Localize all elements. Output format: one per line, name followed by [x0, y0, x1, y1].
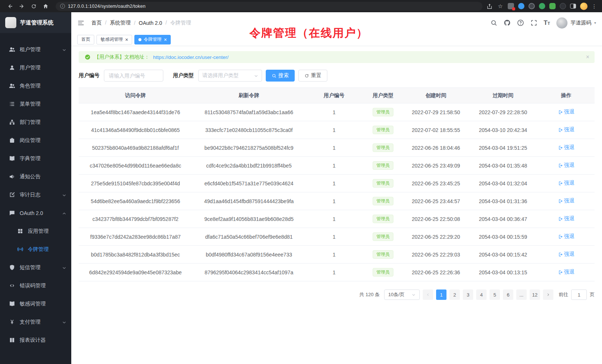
- page-button[interactable]: ...: [516, 289, 527, 300]
- breadcrumb-item[interactable]: 系统管理: [102, 20, 131, 26]
- expire-time-cell: 2054-03-10 20:42:34: [468, 121, 538, 139]
- page-button[interactable]: 1: [436, 289, 446, 300]
- browser-profile-avatar[interactable]: [580, 3, 588, 10]
- sidebar-menu-item[interactable]: 应用管理: [0, 222, 71, 240]
- site-info-icon[interactable]: i: [60, 4, 65, 9]
- user-type-select[interactable]: 请选择用户类型: [198, 70, 262, 82]
- sidebar-menu-item[interactable]: 报表设计器: [0, 331, 71, 349]
- table-row: 1ea5e44f8bc1467aaede43144f31de76 811c530…: [79, 103, 595, 121]
- sidebar-menu-item[interactable]: 错误码管理: [0, 277, 71, 295]
- tab[interactable]: 令牌管理 ×: [134, 35, 171, 44]
- prev-page-button[interactable]: [423, 289, 433, 300]
- expire-time-cell: 2054-03-04 01:32:04: [468, 175, 538, 192]
- sidebar-menu-item[interactable]: 菜单管理: [0, 95, 71, 113]
- browser-menu-icon[interactable]: ⋮: [592, 3, 597, 9]
- sidebar-menu-item[interactable]: 角色管理: [0, 77, 71, 95]
- search-button[interactable]: 搜索: [266, 70, 295, 82]
- collapse-sidebar-icon[interactable]: [77, 19, 85, 27]
- breadcrumb-item[interactable]: 令牌管理: [162, 20, 191, 26]
- close-icon[interactable]: ×: [125, 37, 128, 42]
- force-logout-button[interactable]: 强退: [558, 198, 575, 204]
- extension-icon-green[interactable]: [539, 3, 545, 9]
- next-page-button[interactable]: [543, 289, 553, 300]
- force-logout-button[interactable]: 强退: [558, 144, 575, 151]
- extension-icon-gray[interactable]: [560, 3, 566, 9]
- back-icon[interactable]: [7, 3, 13, 10]
- sidebar-menu-item[interactable]: 支付管理: [0, 313, 71, 331]
- search-icon[interactable]: [490, 19, 497, 26]
- sidebar-menu-item[interactable]: 字典管理: [0, 149, 71, 168]
- close-icon[interactable]: ×: [164, 37, 167, 42]
- sidebar-menu-item[interactable]: 敏感词管理: [0, 295, 71, 313]
- user-avatar: [556, 17, 567, 29]
- reset-button[interactable]: 重置: [298, 70, 327, 82]
- sidebar-menu-item[interactable]: 租户管理: [0, 40, 71, 59]
- chevron-down-icon: [411, 292, 416, 297]
- user-id-input[interactable]: [104, 70, 163, 82]
- url-bar[interactable]: i 127.0.0.1:1024/system/oauth2/token: [56, 2, 482, 11]
- tabs-bar: 首页 × 敏感词管理 × 令牌管理 ×: [71, 33, 602, 46]
- sidebar-menu-item[interactable]: 审计日志: [0, 186, 71, 204]
- sidebar-menu-item[interactable]: 令牌管理: [0, 240, 71, 258]
- fullscreen-icon[interactable]: [530, 19, 537, 26]
- font-size-icon[interactable]: TT: [544, 19, 550, 27]
- expire-time-cell: 2054-03-04 01:31:36: [468, 192, 538, 210]
- breadcrumb-item[interactable]: OAuth 2.0: [131, 20, 162, 26]
- breadcrumb-item[interactable]: 首页: [91, 20, 102, 26]
- doc-link[interactable]: https://doc.iocoder.cn/user-center/: [153, 54, 229, 60]
- user-id-cell: 1: [306, 121, 363, 139]
- force-logout-button[interactable]: 强退: [558, 269, 575, 275]
- action-cell: 强退: [538, 157, 595, 175]
- forward-icon[interactable]: [19, 3, 25, 10]
- total-count: 共 120 条: [359, 291, 380, 298]
- menu-item-icon: [9, 137, 15, 143]
- force-logout-button[interactable]: 强退: [558, 215, 575, 222]
- app-logo[interactable]: 芋道管理系统: [0, 12, 71, 33]
- force-logout-button[interactable]: 强退: [558, 126, 575, 133]
- extension-icon-blue[interactable]: [518, 3, 524, 9]
- alert-close-icon[interactable]: ×: [586, 54, 589, 60]
- user-menu[interactable]: 芋道源码 ▾: [556, 17, 596, 29]
- extension-icon-monitor[interactable]: [508, 3, 514, 9]
- force-logout-button[interactable]: 强退: [558, 251, 575, 258]
- force-logout-button[interactable]: 强退: [558, 162, 575, 169]
- chevron-down-icon: [62, 265, 66, 270]
- sidebar-menu-item[interactable]: 通知公告: [0, 168, 71, 186]
- help-icon[interactable]: [517, 19, 524, 26]
- sidebar-menu-item[interactable]: 部门管理: [0, 113, 71, 131]
- page-button[interactable]: 2: [449, 289, 460, 300]
- goto-label: 前往: [559, 291, 568, 298]
- sidebar-menu-item[interactable]: 用户管理: [0, 59, 71, 77]
- page-button[interactable]: 3: [463, 289, 473, 300]
- bookmark-star-icon[interactable]: ☆: [497, 3, 504, 10]
- split-view-icon[interactable]: [570, 4, 576, 9]
- user-type-badge: 管理员: [373, 179, 393, 188]
- page-button[interactable]: 5: [490, 289, 500, 300]
- page-button[interactable]: 4: [476, 289, 487, 300]
- home-icon[interactable]: [42, 3, 49, 10]
- menu-item-label: 角色管理: [20, 83, 66, 89]
- reload-icon[interactable]: [30, 3, 37, 10]
- page-size-select[interactable]: 10条/页: [384, 289, 420, 300]
- action-cell: 强退: [538, 139, 595, 157]
- page-button[interactable]: 6: [503, 289, 513, 300]
- page-button[interactable]: 12: [530, 289, 540, 300]
- extensions-puzzle-icon[interactable]: [549, 3, 556, 9]
- sidebar-menu-item[interactable]: OAuth 2.0: [0, 204, 71, 222]
- goto-page-input[interactable]: [571, 289, 587, 300]
- github-icon[interactable]: [504, 19, 511, 26]
- force-logout-button[interactable]: 强退: [558, 180, 575, 186]
- menu-item-label: OAuth 2.0: [20, 210, 62, 216]
- extension-icon-dark[interactable]: [529, 3, 535, 9]
- force-logout-button[interactable]: 强退: [558, 233, 575, 240]
- search-icon: [272, 73, 277, 78]
- created-time-cell: 2022-07-02 18:55:55: [404, 121, 468, 139]
- sidebar-menu-item[interactable]: 岗位管理: [0, 131, 71, 149]
- force-logout-button[interactable]: 强退: [558, 109, 575, 115]
- tab[interactable]: 首页 ×: [77, 35, 94, 44]
- tab[interactable]: 敏感词管理 ×: [96, 35, 132, 44]
- user-id-cell: 1: [306, 103, 363, 121]
- user-id-cell: 1: [306, 246, 363, 264]
- share-icon[interactable]: [486, 3, 493, 10]
- sidebar-menu-item[interactable]: 短信管理: [0, 258, 71, 277]
